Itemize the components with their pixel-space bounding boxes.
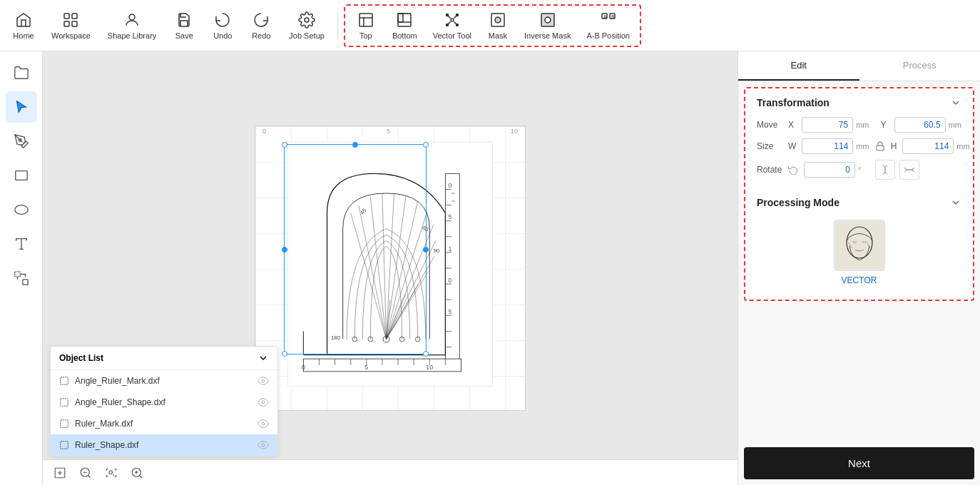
toolbar-shape-library[interactable]: Shape Library bbox=[101, 7, 164, 44]
rotate-row: Rotate ° bbox=[745, 157, 973, 183]
toolbar-home[interactable]: Home bbox=[6, 7, 41, 44]
main-layout: 0510 bbox=[0, 51, 980, 485]
sidebar-text[interactable] bbox=[6, 228, 37, 260]
svg-text:0: 0 bbox=[302, 364, 305, 371]
zoom-out-btn[interactable] bbox=[77, 464, 94, 481]
svg-point-10 bbox=[446, 14, 448, 16]
sidebar-folder[interactable] bbox=[6, 57, 37, 88]
processing-mode-content: VECTOR bbox=[745, 214, 973, 291]
object-list-collapse[interactable] bbox=[257, 352, 269, 364]
transformation-collapse[interactable] bbox=[950, 97, 961, 108]
svg-point-5 bbox=[305, 18, 309, 22]
toolbar-bottom[interactable]: Bottom bbox=[385, 7, 424, 44]
list-item-1[interactable]: Angle_Ruler_Mark.dxf bbox=[51, 370, 277, 392]
svg-rect-101 bbox=[835, 221, 884, 270]
canvas-box[interactable]: 0510 bbox=[255, 126, 526, 411]
toolbar-mask[interactable]: Mask bbox=[480, 7, 516, 44]
transformation-header: Transformation bbox=[745, 88, 973, 114]
sidebar-transform[interactable] bbox=[6, 262, 37, 294]
list-item-4[interactable]: Ruler_Shape.dxf bbox=[51, 434, 277, 456]
next-button[interactable]: Next bbox=[744, 447, 974, 479]
flip-horizontal-btn[interactable] bbox=[899, 160, 919, 180]
svg-point-96 bbox=[109, 471, 113, 474]
mode-thumbnail[interactable] bbox=[834, 220, 885, 271]
svg-text:A: A bbox=[603, 14, 607, 19]
fit-to-screen-btn[interactable] bbox=[103, 464, 120, 481]
sidebar-pen[interactable] bbox=[6, 126, 37, 157]
list-item-3[interactable]: Ruler_Mark.dxf bbox=[51, 413, 277, 434]
svg-rect-3 bbox=[72, 21, 77, 26]
highlighted-toolbar-section: Top Bottom Vector Tool bbox=[344, 4, 641, 47]
visibility-toggle-2[interactable] bbox=[257, 397, 269, 408]
move-x-input[interactable] bbox=[802, 117, 853, 133]
flip-vertical-btn[interactable] bbox=[875, 160, 895, 180]
svg-point-17 bbox=[545, 17, 551, 23]
size-w-input[interactable] bbox=[802, 138, 853, 154]
svg-point-9 bbox=[451, 19, 454, 21]
tab-edit[interactable]: Edit bbox=[738, 51, 859, 81]
item-icon-3 bbox=[59, 419, 69, 429]
right-panel-content: Transformation Move X mm Y mm bbox=[738, 81, 980, 441]
svg-point-88 bbox=[262, 401, 265, 404]
svg-point-24 bbox=[14, 205, 27, 215]
svg-point-4 bbox=[129, 14, 135, 20]
svg-rect-6 bbox=[359, 14, 372, 26]
visibility-toggle-3[interactable] bbox=[257, 418, 269, 429]
svg-text:1: 1 bbox=[449, 245, 452, 252]
svg-rect-89 bbox=[61, 420, 68, 428]
move-y-input[interactable] bbox=[894, 117, 946, 133]
svg-rect-91 bbox=[61, 441, 68, 449]
svg-text:10: 10 bbox=[426, 364, 433, 371]
item-icon-1 bbox=[59, 376, 69, 386]
size-h-input[interactable] bbox=[902, 138, 954, 154]
svg-text:0: 0 bbox=[449, 182, 452, 189]
right-panel: Edit Process Transformation Move X bbox=[737, 51, 980, 485]
svg-rect-1 bbox=[72, 14, 77, 19]
processing-mode-section: Processing Mode bbox=[745, 188, 973, 291]
svg-text:5: 5 bbox=[364, 364, 368, 371]
toolbar-save[interactable]: Save bbox=[166, 7, 202, 44]
processing-mode-collapse[interactable] bbox=[950, 197, 961, 208]
svg-text:0: 0 bbox=[449, 277, 452, 284]
sidebar-rectangle[interactable] bbox=[6, 160, 37, 191]
add-to-canvas-btn[interactable] bbox=[51, 464, 68, 481]
top-toolbar: Home Workspace Shape Library Save Undo bbox=[0, 0, 980, 51]
mode-thumbnail-image bbox=[835, 221, 884, 270]
toolbar-top[interactable]: Top bbox=[348, 7, 384, 44]
visibility-toggle-1[interactable] bbox=[257, 375, 269, 387]
svg-point-13 bbox=[456, 24, 458, 26]
toolbar-undo[interactable]: Undo bbox=[205, 7, 240, 44]
sidebar-ellipse[interactable] bbox=[6, 194, 37, 225]
svg-point-12 bbox=[446, 24, 448, 26]
list-item-2[interactable]: Angle_Ruler_Shape.dxf bbox=[51, 392, 277, 413]
toolbar-job-setup[interactable]: Job Setup bbox=[282, 7, 332, 44]
toolbar-ab-position[interactable]: A B A-B Position bbox=[579, 7, 637, 44]
zoom-in-btn[interactable] bbox=[128, 464, 146, 481]
item-icon-2 bbox=[59, 397, 69, 407]
svg-text:B: B bbox=[611, 14, 615, 19]
svg-point-15 bbox=[495, 17, 501, 23]
toolbar-inverse-mask[interactable]: Inverse Mask bbox=[517, 7, 578, 44]
toolbar-redo[interactable]: Redo bbox=[243, 7, 279, 44]
rotate-input[interactable] bbox=[804, 162, 855, 178]
toolbar-vector-tool[interactable]: Vector Tool bbox=[426, 7, 479, 44]
svg-point-86 bbox=[262, 379, 265, 382]
svg-text:90: 90 bbox=[434, 247, 440, 254]
svg-text:5: 5 bbox=[449, 213, 452, 220]
svg-rect-25 bbox=[14, 272, 19, 277]
transformation-section: Transformation Move X mm Y mm bbox=[745, 88, 973, 183]
visibility-toggle-4[interactable] bbox=[257, 439, 269, 451]
svg-rect-2 bbox=[64, 21, 69, 26]
sidebar-select[interactable] bbox=[6, 91, 37, 123]
processing-mode-header: Processing Mode bbox=[745, 188, 973, 214]
svg-point-90 bbox=[262, 422, 265, 425]
canvas-drawing: 0 5 1 0 5 bbox=[255, 126, 525, 410]
toolbar-workspace[interactable]: Workspace bbox=[44, 7, 98, 44]
svg-rect-0 bbox=[64, 14, 69, 19]
mode-label: VECTOR bbox=[842, 275, 877, 285]
lock-proportions-icon[interactable] bbox=[875, 140, 885, 153]
tab-process[interactable]: Process bbox=[859, 51, 981, 81]
svg-rect-87 bbox=[61, 399, 68, 407]
canvas-area[interactable]: 0510 bbox=[43, 51, 737, 485]
svg-rect-85 bbox=[61, 377, 68, 385]
